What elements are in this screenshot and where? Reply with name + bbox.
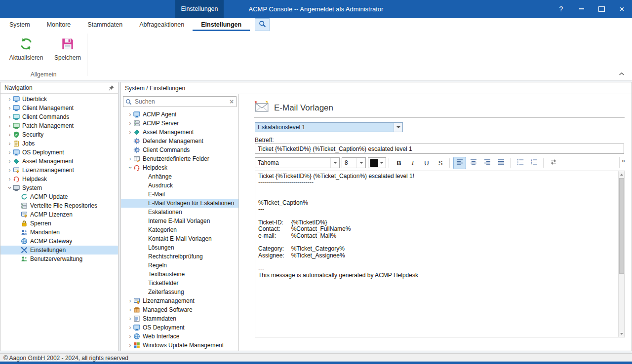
chevron-collapsed-icon[interactable]: ›: [6, 148, 13, 157]
close-button[interactable]: ×: [612, 0, 632, 18]
chevron-collapsed-icon[interactable]: ›: [6, 130, 13, 139]
italic-button[interactable]: I: [406, 157, 419, 169]
settings-item-helpdesk[interactable]: ›Helpdesk: [121, 163, 238, 172]
settings-item-textbausteine[interactable]: ›Textbausteine: [121, 270, 238, 279]
nav-item-client-management[interactable]: ›Client Management: [0, 104, 118, 112]
dropdown-arrow[interactable]: [356, 158, 365, 168]
dropdown-arrow[interactable]: [394, 123, 402, 132]
chevron-collapsed-icon[interactable]: ›: [127, 128, 133, 137]
pin-icon[interactable]: [107, 84, 115, 92]
scrollbar-thumb[interactable]: [619, 178, 624, 274]
nav-item-patch-management[interactable]: ›Patch Management: [0, 121, 118, 130]
settings-item-asset-management[interactable]: ›Asset Management: [121, 128, 238, 137]
nav-item-security[interactable]: ›Security: [0, 130, 118, 139]
settings-item-acmp-server[interactable]: ›ACMP Server: [121, 119, 238, 128]
subject-input[interactable]: [255, 144, 624, 154]
nav-item-helpdesk[interactable]: ›Helpdesk: [0, 175, 118, 183]
settings-item-windows-update-management[interactable]: ›Windows Update Management: [121, 341, 238, 350]
bold-button[interactable]: B: [393, 157, 405, 169]
chevron-collapsed-icon[interactable]: ›: [6, 121, 13, 130]
underline-button[interactable]: U: [420, 157, 433, 169]
toolbar-overflow-button[interactable]: »: [617, 156, 625, 170]
align-left-button[interactable]: [453, 157, 466, 169]
chevron-expanded-icon[interactable]: ›: [126, 165, 135, 171]
settings-item-stammdaten[interactable]: ›Stammdaten: [121, 314, 238, 323]
chevron-collapsed-icon[interactable]: ›: [127, 341, 133, 350]
chevron-collapsed-icon[interactable]: ›: [127, 110, 133, 119]
chevron-collapsed-icon[interactable]: ›: [127, 154, 133, 163]
nav-item-jobs[interactable]: ›Jobs: [0, 139, 118, 148]
settings-item-os-deployment[interactable]: ›OS Deployment: [121, 323, 238, 332]
settings-item-acmp-agent[interactable]: ›ACMP Agent: [121, 110, 238, 119]
dropdown-arrow[interactable]: [330, 158, 339, 168]
chevron-collapsed-icon[interactable]: ›: [127, 332, 133, 341]
align-right-button[interactable]: [481, 157, 494, 169]
nav-item-lizenzmanagement[interactable]: ›Lizenzmanagement: [0, 166, 118, 175]
search-input[interactable]: [134, 98, 227, 106]
titlebar-active-tab-badge[interactable]: Einstellungen: [175, 0, 224, 18]
tab-abfrageaktionen[interactable]: Abfrageaktionen: [131, 18, 193, 31]
chevron-collapsed-icon[interactable]: ›: [6, 139, 13, 148]
justify-button[interactable]: [495, 157, 508, 169]
settings-item-interne-e-mail-vorlagen[interactable]: ›Interne E-Mail Vorlagen: [121, 217, 238, 225]
nav-item-mandanten[interactable]: ›Mandanten: [0, 228, 118, 237]
chevron-collapsed-icon[interactable]: ›: [127, 296, 133, 305]
chevron-collapsed-icon[interactable]: ›: [6, 95, 13, 104]
ribbon-collapse-button[interactable]: [617, 70, 626, 77]
nav-item-acmp-gateway[interactable]: ›ACMP Gateway: [0, 237, 118, 246]
settings-item-e-mail-vorlagen-f-r-eskalationen[interactable]: ›E-Mail Vorlagen für Eskalationen: [121, 199, 238, 208]
ribbon-search-button[interactable]: [255, 18, 270, 31]
settings-item-lizenzmanagement[interactable]: ›Lizenzmanagement: [121, 296, 238, 305]
nav-item-acmp-update[interactable]: ›ACMP Update: [0, 192, 118, 201]
refresh-button[interactable]: Aktualisieren: [7, 34, 45, 73]
settings-item-kategorien[interactable]: ›Kategorien: [121, 225, 238, 234]
settings-item-l-sungen[interactable]: ›Lösungen: [121, 243, 238, 252]
bullet-list-button[interactable]: [514, 157, 527, 169]
tab-system[interactable]: System: [1, 18, 39, 31]
scroll-down-button[interactable]: [619, 330, 625, 337]
settings-item-ausdruck[interactable]: ›Ausdruck: [121, 181, 238, 190]
settings-item-ticketfelder[interactable]: ›Ticketfelder: [121, 279, 238, 288]
nav-item-client-commands[interactable]: ›Client Commands: [0, 112, 118, 121]
nav-item-benutzerverwaltung[interactable]: ›Benutzerverwaltung: [0, 255, 118, 263]
scroll-up-button[interactable]: [619, 171, 625, 178]
font-color-select[interactable]: [368, 157, 386, 168]
nav-item-asset-management[interactable]: ›Asset Management: [0, 157, 118, 166]
escalation-level-select[interactable]: Eskalationslevel 1: [255, 122, 403, 132]
tab-stammdaten[interactable]: Stammdaten: [79, 18, 131, 31]
settings-item-regeln[interactable]: ›Regeln: [121, 261, 238, 270]
settings-item-managed-software[interactable]: ›Managed Software: [121, 305, 238, 314]
chevron-collapsed-icon[interactable]: ›: [6, 104, 13, 112]
chevron-collapsed-icon[interactable]: ›: [127, 119, 133, 128]
tab-monitore[interactable]: Monitore: [39, 18, 79, 31]
chevron-collapsed-icon[interactable]: ›: [6, 175, 13, 183]
settings-item-defender-management[interactable]: ›Defender Management: [121, 137, 238, 146]
minimize-button[interactable]: [571, 0, 592, 18]
email-body-editor[interactable]: Ticket {%TicketID%} (%Ticket_Caption%) e…: [255, 171, 625, 337]
nav-item-system[interactable]: ›System: [0, 183, 118, 192]
nav-item-sperren[interactable]: ›Sperren: [0, 219, 118, 228]
editor-scrollbar[interactable]: [618, 171, 625, 337]
settings-item-web-interface[interactable]: ›Web Interface: [121, 332, 238, 341]
tab-einstellungen[interactable]: Einstellungen: [193, 18, 250, 31]
nav-item-acmp-lizenzen[interactable]: ›ACMP Lizenzen: [0, 210, 118, 219]
nav-item-einstellungen[interactable]: ›Einstellungen: [0, 246, 118, 255]
maximize-button[interactable]: [592, 0, 612, 18]
nav-item-os-deployment[interactable]: ›OS Deployment: [0, 148, 118, 157]
chevron-collapsed-icon[interactable]: ›: [6, 157, 13, 166]
settings-item-client-commands[interactable]: ›Client Commands: [121, 146, 238, 154]
settings-item-zeiterfassung[interactable]: ›Zeiterfassung: [121, 288, 238, 296]
nav-item-berblick[interactable]: ›Überblick: [0, 95, 118, 104]
font-family-select[interactable]: Tahoma: [255, 157, 340, 168]
nav-item-verteilte-file-repositories[interactable]: ›Verteilte File Repositories: [0, 201, 118, 210]
strikethrough-button[interactable]: S: [434, 157, 447, 169]
chevron-collapsed-icon[interactable]: ›: [127, 314, 133, 323]
chevron-collapsed-icon[interactable]: ›: [6, 166, 13, 175]
settings-item-anh-nge[interactable]: ›Anhänge: [121, 172, 238, 181]
settings-item-rechtschreibpr-fung[interactable]: ›Rechtschreibprüfung: [121, 252, 238, 261]
numbered-list-button[interactable]: 123: [528, 157, 541, 169]
chevron-collapsed-icon[interactable]: ›: [127, 305, 133, 314]
align-center-button[interactable]: [467, 157, 480, 169]
help-button[interactable]: ?: [551, 0, 571, 18]
settings-item-e-mail[interactable]: ›E-Mail: [121, 190, 238, 199]
